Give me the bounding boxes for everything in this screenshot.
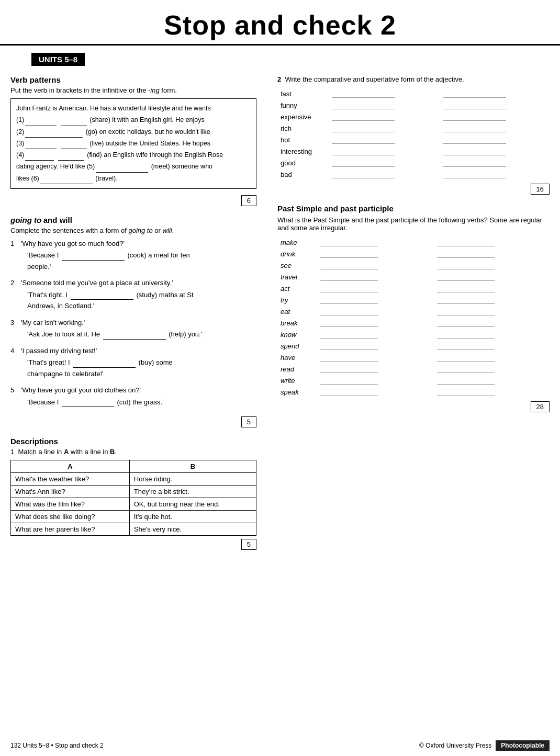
past-simple-blank[interactable] (316, 283, 432, 294)
past-participle-blank[interactable] (433, 260, 548, 270)
match-col-b: Horse riding. (129, 473, 256, 486)
adj-comparative-blank[interactable] (327, 134, 437, 145)
past-table-body: make drink see travel act try eat break … (278, 237, 548, 397)
adj-comparative-blank[interactable] (327, 111, 437, 122)
past-participle-blank[interactable] (433, 364, 548, 374)
table-row: drink (278, 249, 548, 259)
item-content: 'Why have you got so much food?' 'Becaus… (21, 239, 256, 273)
past-participle-blank[interactable] (433, 341, 548, 351)
item-num: 4 (10, 346, 21, 380)
verb-word: see (278, 260, 315, 270)
item-num: 2 (10, 278, 21, 312)
verb-word: try (278, 295, 315, 305)
past-simple-intro: What is the Past Simple and the past par… (277, 216, 550, 232)
past-simple-blank[interactable] (316, 387, 432, 397)
past-participle-blank[interactable] (433, 237, 548, 247)
blank-1b[interactable] (61, 114, 87, 126)
vb-line-2: (2) (go) on exotic holidays, but he woul… (16, 126, 251, 138)
past-participle-blank[interactable] (433, 329, 548, 340)
blank-4b[interactable] (58, 149, 84, 161)
past-simple-blank[interactable] (316, 295, 432, 305)
table-row: travel (278, 272, 548, 282)
blank-gtw-2[interactable] (71, 289, 133, 300)
adj-comparative-blank[interactable] (327, 146, 437, 156)
verb-score-row: 6 (10, 192, 256, 206)
past-participle-blank[interactable] (433, 352, 548, 363)
adj-word: interesting (278, 146, 326, 156)
verb-word: travel (278, 272, 315, 282)
past-participle-blank[interactable] (433, 387, 548, 397)
dialog-a: 'Ask Joe to look at it. He (help) you.' (21, 329, 256, 340)
adj-superlative-blank[interactable] (438, 134, 548, 145)
blank-gtw-5[interactable] (62, 397, 114, 408)
table-row: see (278, 260, 548, 270)
adj-superlative-blank[interactable] (438, 111, 548, 122)
table-row: rich (278, 123, 548, 133)
past-participle-blank[interactable] (433, 272, 548, 282)
past-simple-blank[interactable] (316, 237, 432, 247)
desc-score-row: 5 (10, 536, 256, 550)
adj-superlative-blank[interactable] (438, 169, 548, 179)
blank-6[interactable] (40, 173, 93, 184)
adj-comparative-blank[interactable] (327, 123, 437, 133)
dialog-q: 'Why have you got so much food?' (21, 239, 256, 249)
blank-4[interactable] (25, 149, 54, 161)
verb-word: drink (278, 249, 315, 259)
verb-patterns-intro: Put the verb in brackets in the infiniti… (10, 86, 256, 94)
verb-word: spend (278, 341, 315, 351)
list-item: 4 'I passed my driving test!' 'That's gr… (10, 346, 256, 380)
adj-comparative-blank[interactable] (327, 157, 437, 168)
adj-table-body: fast funny expensive rich hot interestin… (278, 88, 548, 179)
blank-5[interactable] (96, 161, 148, 172)
past-simple-blank[interactable] (316, 364, 432, 374)
table-row: What are her parents like?She's very nic… (11, 523, 256, 536)
blank-1[interactable] (25, 114, 57, 126)
dialog-q: 'Someone told me you've got a place at u… (21, 278, 256, 288)
blank-3b[interactable] (61, 138, 87, 149)
adj-word: bad (278, 169, 326, 179)
adj-superlative-blank[interactable] (438, 146, 548, 156)
table-row: make (278, 237, 548, 247)
past-participle-blank[interactable] (433, 249, 548, 259)
dialog-q: 'My car isn't working.' (21, 318, 256, 328)
adj-superlative-blank[interactable] (438, 123, 548, 133)
past-simple-blank[interactable] (316, 249, 432, 259)
past-simple-blank[interactable] (316, 306, 432, 317)
blank-2[interactable] (25, 126, 83, 138)
descriptions-intro: 1 Match a line in A with a line in B. (10, 448, 256, 456)
blank-3[interactable] (25, 138, 57, 149)
blank-gtw-3[interactable] (103, 329, 166, 340)
past-simple-blank[interactable] (316, 272, 432, 282)
verb-word: act (278, 283, 315, 294)
past-simple-blank[interactable] (316, 341, 432, 351)
adj-comparative-blank[interactable] (327, 100, 437, 110)
table-row: know (278, 329, 548, 340)
past-simple-blank[interactable] (316, 329, 432, 340)
match-table: A B What's the weather like?Horse riding… (10, 460, 256, 536)
adj-superlative-blank[interactable] (438, 157, 548, 168)
adj-superlative-blank[interactable] (438, 100, 548, 110)
verb-word: write (278, 375, 315, 386)
past-participle-blank[interactable] (433, 306, 548, 317)
adj-comparative-blank[interactable] (327, 169, 437, 179)
blank-gtw-1[interactable] (62, 250, 125, 261)
table-row: write (278, 375, 548, 386)
match-col-b: She's very nice. (129, 523, 256, 536)
past-participle-blank[interactable] (433, 375, 548, 386)
past-participle-blank[interactable] (433, 318, 548, 328)
past-simple-blank[interactable] (316, 318, 432, 328)
blank-gtw-4[interactable] (73, 357, 136, 368)
col-a-label: A (64, 448, 69, 456)
past-simple-blank[interactable] (316, 352, 432, 363)
match-col-b: OK, but boring near the end. (129, 498, 256, 511)
gtw-score-row: 5 (10, 413, 256, 427)
adj-comparative-blank[interactable] (327, 88, 437, 99)
past-simple-blank[interactable] (316, 375, 432, 386)
past-participle-blank[interactable] (433, 295, 548, 305)
two-col-layout: Verb patterns Put the verb in brackets i… (0, 66, 560, 550)
table-row: What's Ann like?They're a bit strict. (11, 486, 256, 498)
past-participle-blank[interactable] (433, 283, 548, 294)
adj-superlative-blank[interactable] (438, 88, 548, 99)
col-b-label: B (110, 448, 115, 456)
past-simple-blank[interactable] (316, 260, 432, 270)
